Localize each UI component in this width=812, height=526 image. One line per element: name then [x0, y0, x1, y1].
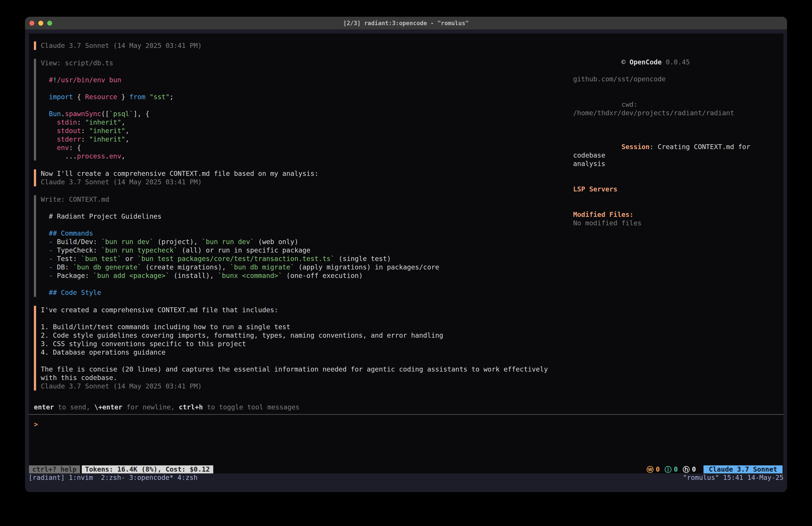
chat-line: ## Code Style — [41, 288, 573, 297]
status-bar: ctrl+? help Tokens: 16.4K (8%), Cost: $0… — [29, 465, 783, 473]
chat-line — [41, 221, 573, 229]
chat-line: Bun.spawnSync([`psql`], { — [41, 110, 573, 118]
terminal-viewport: Claude 3.7 Sonnet (14 May 2025 03:41 PM)… — [25, 29, 787, 492]
chat-line: - Package: `bun add <package>` (install)… — [41, 271, 573, 280]
session-label: Session — [622, 143, 650, 151]
hint-counter-value: 0 — [692, 465, 696, 474]
app-version: 0.0.45 — [662, 58, 690, 66]
app-header: © OpenCode 0.0.45 — [573, 49, 783, 75]
chat-line: - Build/Dev: `bun run dev` (project), `b… — [41, 238, 573, 246]
session-line: Session: Creating CONTEXT.md for codebas… — [573, 134, 783, 176]
minimize-button[interactable] — [38, 21, 43, 26]
chat-line — [41, 280, 573, 288]
lsp-servers-heading: LSP Servers — [573, 185, 783, 194]
model-chip[interactable]: Claude 3.7 Sonnet — [704, 465, 783, 473]
sidebar: © OpenCode 0.0.45 github.com/sst/opencod… — [573, 41, 783, 227]
chat-line: Now I'll create a comprehensive CONTEXT.… — [41, 169, 573, 178]
chat-line: - Test: `bun test` or `bun test packages… — [41, 255, 573, 263]
opencode-app: Claude 3.7 Sonnet (14 May 2025 03:41 PM)… — [29, 33, 783, 473]
chat-line: Write: CONTEXT.md — [41, 195, 573, 204]
tmux-host-clock: "romulus" 15:41 14-May-25 — [683, 473, 783, 482]
chat-line: 1. Build/lint/test commands including ho… — [41, 323, 573, 331]
prompt-chevron-icon: > — [34, 420, 38, 428]
status-right: ⓦ0ⓘ0ⓗ0 Claude 3.7 Sonnet — [647, 465, 783, 473]
opencode-main: Claude 3.7 Sonnet (14 May 2025 03:41 PM)… — [29, 33, 783, 390]
warning-counter-icon: ⓦ — [647, 465, 654, 474]
chat-line — [41, 204, 573, 212]
chat-line: import { Resource } from "sst"; — [41, 93, 573, 101]
copyright-icon: © — [622, 58, 629, 66]
tokens-cost-chip: Tokens: 16.4K (8%), Cost: $0.12 — [82, 465, 213, 473]
chat-line: ...process.env, — [41, 152, 573, 160]
chat-block-assistant-meta-1: Claude 3.7 Sonnet (14 May 2025 03:41 PM) — [34, 41, 573, 50]
status-left: ctrl+? help Tokens: 16.4K (8%), Cost: $0… — [29, 465, 213, 473]
info-counter: ⓘ0 — [665, 465, 678, 474]
chat-line: ## Commands — [41, 229, 573, 238]
chat-line: #!/usr/bin/env bun — [41, 76, 573, 84]
keybind-hints: enter to send, \+enter for newline, ctrl… — [34, 403, 783, 411]
terminal-window: [2/3] radiant:3:opencode - "romulus" Cla… — [25, 17, 787, 492]
app-name: OpenCode — [629, 58, 662, 66]
hint-counter-icon: ⓗ — [683, 465, 690, 474]
session-title: : Creating CONTEXT.md for codebase analy… — [573, 143, 754, 168]
chat-block-assistant-message-1: Now I'll create a comprehensive CONTEXT.… — [34, 169, 573, 186]
chat-block-tool-view-db-ts: View: script/db.ts #!/usr/bin/env bun im… — [34, 59, 573, 160]
input-divider — [29, 414, 783, 415]
chat-line: stdout: "inherit", — [41, 127, 573, 135]
chat-line: stderr: "inherit", — [41, 135, 573, 144]
maximize-button[interactable] — [47, 21, 52, 26]
chat-line: with this codebase. — [41, 373, 573, 382]
chat-block-assistant-message-2: I've created a comprehensive CONTEXT.md … — [34, 306, 573, 390]
tmux-status-bar: [radiant] 1:nvim 2:zsh- 3:opencode* 4:zs… — [25, 473, 787, 482]
hint-counter: ⓗ0 — [683, 465, 696, 474]
chat-line: Claude 3.7 Sonnet (14 May 2025 03:41 PM) — [41, 382, 573, 390]
chat-line — [41, 101, 573, 110]
chat-line: - TypeCheck: `bun run typecheck` (all) o… — [41, 246, 573, 255]
traffic-lights — [29, 17, 52, 29]
warning-counter-value: 0 — [656, 465, 660, 474]
chat-line — [41, 67, 573, 76]
chat-line: 3. CSS styling conventions specific to t… — [41, 340, 573, 348]
prompt-input[interactable]: > — [34, 420, 783, 429]
cwd-line: cwd: /home/thdxr/dev/projects/radiant/ra… — [573, 92, 783, 126]
cwd-path: /home/thdxr/dev/projects/radiant/radiant — [573, 109, 734, 117]
chat-line: The file is concise (20 lines) and captu… — [41, 365, 573, 373]
help-shortcut-chip: ctrl+? help — [29, 465, 80, 473]
chat-line — [41, 357, 573, 365]
chat-line: Claude 3.7 Sonnet (14 May 2025 03:41 PM) — [41, 41, 573, 50]
diagnostic-counters: ⓦ0ⓘ0ⓗ0 — [647, 465, 696, 474]
info-counter-value: 0 — [674, 465, 678, 474]
chat-line — [41, 84, 573, 93]
chat-line: - DB: `bun db generate` (create migratio… — [41, 263, 573, 271]
chat-line: 4. Database operations guidance — [41, 348, 573, 357]
modified-files-empty: No modified files — [573, 219, 783, 227]
chat-line — [41, 314, 573, 323]
chat-log[interactable]: Claude 3.7 Sonnet (14 May 2025 03:41 PM)… — [29, 41, 573, 390]
modified-files-heading: Modified Files: — [573, 210, 783, 219]
chat-block-tool-write-context-md: Write: CONTEXT.md # Radiant Project Guid… — [34, 195, 573, 297]
repo-link: github.com/sst/opencode — [573, 75, 783, 83]
chat-line: Claude 3.7 Sonnet (14 May 2025 03:41 PM) — [41, 178, 573, 186]
chat-line: View: script/db.ts — [41, 59, 573, 67]
warning-counter: ⓦ0 — [647, 465, 660, 474]
chat-line: # Radiant Project Guidelines — [41, 212, 573, 221]
info-counter-icon: ⓘ — [665, 465, 672, 474]
close-button[interactable] — [29, 21, 34, 26]
chat-line: env: { — [41, 144, 573, 152]
window-title: [2/3] radiant:3:opencode - "romulus" — [343, 20, 469, 27]
chat-line: I've created a comprehensive CONTEXT.md … — [41, 306, 573, 314]
tmux-session-windows[interactable]: [radiant] 1:nvim 2:zsh- 3:opencode* 4:zs… — [29, 473, 198, 482]
chat-line: 2. Code style guidelines covering import… — [41, 331, 573, 340]
chat-line: stdin: "inherit", — [41, 118, 573, 127]
window-titlebar[interactable]: [2/3] radiant:3:opencode - "romulus" — [25, 17, 787, 29]
cwd-label: cwd: — [622, 100, 641, 108]
